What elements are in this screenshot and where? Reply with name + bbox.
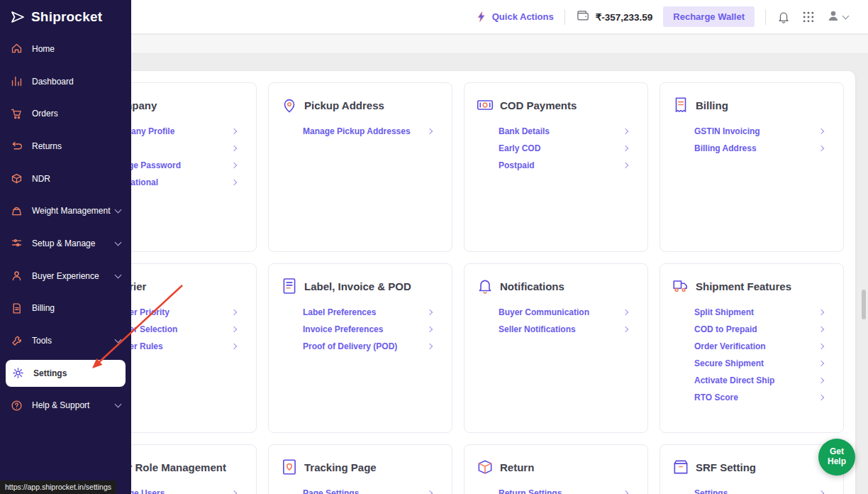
sidebar-item-dashboard[interactable]: Dashboard: [0, 65, 131, 98]
card-title: Pickup Address: [304, 99, 384, 111]
sidebar-item-returns[interactable]: Returns: [0, 130, 131, 163]
chevron-right-icon: [818, 344, 824, 349]
home-icon: [11, 43, 23, 55]
link-proof-of-delivery[interactable]: Proof of Delivery (POD): [303, 338, 440, 355]
link-bank-details[interactable]: Bank Details: [499, 123, 636, 140]
chevron-right-icon: [427, 344, 433, 349]
chevron-down-icon: [842, 12, 850, 19]
chevron-right-icon: [818, 309, 824, 315]
rocket-logo-icon: [9, 9, 26, 26]
quick-actions-label: Quick Actions: [492, 11, 554, 22]
card-title: Return: [500, 461, 534, 473]
link-early-cod[interactable]: Early COD: [499, 140, 636, 157]
sidebar-item-billing[interactable]: Billing: [0, 292, 131, 325]
get-help-button[interactable]: Get Help: [818, 439, 855, 476]
link-order-verification[interactable]: Order Verification: [694, 338, 832, 355]
shiprocket-logo[interactable]: Shiprocket: [0, 0, 131, 34]
return-box-icon: [476, 458, 494, 476]
link-postpaid[interactable]: Postpaid: [499, 157, 636, 174]
chevron-down-icon: [115, 336, 122, 344]
link-gstin-invoicing[interactable]: GSTIN Invoicing: [694, 123, 832, 140]
chevron-down-icon: [115, 271, 122, 278]
header-divider: [765, 9, 766, 25]
settings-card-return: Return Return Settings: [464, 444, 648, 494]
account-menu[interactable]: [826, 9, 848, 26]
link-billing-address[interactable]: Billing Address: [694, 140, 832, 157]
sidebar-item-ndr[interactable]: NDR: [0, 163, 131, 195]
chevron-down-icon: [115, 239, 122, 246]
card-title: SRF Setting: [696, 461, 756, 473]
link-split-shipment[interactable]: Split Shipment: [694, 304, 832, 321]
sidebar-item-setup-manage[interactable]: Setup & Manage: [0, 227, 131, 260]
cash-icon: [476, 96, 494, 114]
link-cod-to-prepaid[interactable]: COD to Prepaid: [694, 321, 832, 338]
settings-card-cod-payments: COD Payments Bank Details Early COD Post…: [464, 82, 648, 252]
user-avatar-icon: [826, 9, 840, 26]
return-arrow-icon: [11, 140, 23, 152]
chevron-right-icon: [231, 146, 237, 151]
card-title: COD Payments: [500, 99, 577, 111]
person-icon: [11, 270, 23, 282]
settings-card-tracking-page: Tracking Page Page Settings: [268, 444, 452, 494]
sidebar-item-home[interactable]: Home: [0, 33, 131, 65]
settings-panel: Company Company Profile Change Password …: [61, 71, 855, 494]
gear-icon: [12, 367, 24, 379]
link-invoice-preferences[interactable]: Invoice Preferences: [303, 321, 440, 338]
chevron-down-icon: [115, 207, 122, 214]
label-icon: [280, 277, 299, 295]
settings-card-srf-setting: SRF Setting Settings: [660, 444, 844, 494]
card-title: Notifications: [500, 280, 564, 292]
sidebar-item-orders[interactable]: Orders: [0, 97, 131, 130]
sidebar-item-help-support[interactable]: Help & Support: [0, 390, 131, 422]
chevron-down-icon: [115, 401, 122, 408]
link-return-settings[interactable]: Return Settings: [499, 485, 636, 494]
document-icon: [11, 302, 23, 314]
package-icon: [11, 172, 23, 185]
chevron-right-icon: [623, 309, 628, 315]
weight-icon: [11, 205, 23, 217]
settings-card-label-invoice-pod: Label, Invoice & POD Label Preferences I…: [268, 263, 452, 433]
sidebar-item-settings[interactable]: Settings: [6, 360, 126, 387]
link-page-settings[interactable]: Page Settings: [303, 485, 440, 494]
bell-icon: [476, 277, 494, 295]
sidebar-item-weight-management[interactable]: Weight Management: [0, 194, 131, 227]
chevron-right-icon: [623, 163, 628, 168]
sliders-icon: [11, 237, 23, 249]
notifications-bell-icon[interactable]: [777, 10, 791, 24]
recharge-wallet-button[interactable]: Recharge Wallet: [663, 6, 755, 27]
link-rto-score[interactable]: RTO Score: [694, 389, 832, 406]
link-buyer-communication[interactable]: Buyer Communication: [499, 304, 636, 321]
link-label-preferences[interactable]: Label Preferences: [303, 304, 440, 321]
chevron-right-icon: [623, 128, 628, 134]
vertical-scrollbar[interactable]: [862, 290, 866, 319]
lightning-icon: [475, 11, 488, 23]
sidebar-item-buyer-experience[interactable]: Buyer Experience: [0, 260, 131, 292]
link-manage-pickup-addresses[interactable]: Manage Pickup Addresses: [303, 123, 440, 140]
chevron-right-icon: [427, 128, 433, 134]
chevron-right-icon: [231, 309, 237, 315]
chevron-right-icon: [818, 490, 824, 494]
status-url-tooltip: https://app.shiprocket.in/settings: [0, 481, 116, 494]
header-divider: [564, 9, 565, 25]
shipment-truck-icon: [672, 277, 690, 295]
wrench-icon: [11, 335, 23, 347]
link-activate-direct-ship[interactable]: Activate Direct Ship: [694, 372, 832, 389]
apps-grid-icon[interactable]: [801, 10, 816, 24]
settings-card-notifications: Notifications Buyer Communication Seller…: [464, 263, 648, 433]
question-icon: [11, 400, 23, 412]
cart-icon: [11, 108, 23, 120]
dashboard-icon: [11, 75, 23, 87]
sidebar-item-tools[interactable]: Tools: [0, 324, 131, 357]
chevron-right-icon: [818, 395, 824, 400]
chevron-right-icon: [818, 378, 824, 383]
quick-actions-button[interactable]: Quick Actions: [475, 11, 554, 23]
link-seller-notifications[interactable]: Seller Notifications: [499, 321, 636, 338]
map-pin-icon: [280, 96, 299, 114]
link-srf-settings[interactable]: Settings: [694, 485, 832, 494]
chevron-right-icon: [623, 146, 628, 151]
link-secure-shipment[interactable]: Secure Shipment: [694, 355, 832, 372]
wallet-icon: [576, 9, 590, 26]
chevron-right-icon: [231, 163, 237, 168]
card-title: Billing: [696, 99, 728, 111]
brand-name: Shiprocket: [31, 9, 102, 25]
